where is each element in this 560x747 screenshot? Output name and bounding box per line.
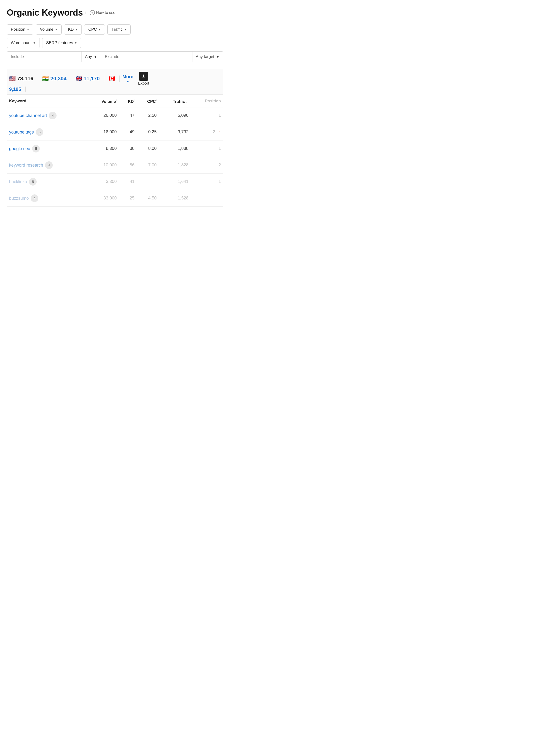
page-header: Organic Keywords i ? How to use bbox=[7, 8, 223, 18]
kd-filter[interactable]: KD ▼ bbox=[64, 24, 82, 34]
keyword-cell: backlinko5 bbox=[7, 173, 88, 190]
any-target-dropdown[interactable]: Any target ▼ bbox=[192, 52, 223, 62]
kd-filter-label: KD bbox=[68, 27, 74, 32]
keyword-text: backlinko bbox=[9, 179, 27, 184]
position-value: 1 bbox=[218, 179, 221, 184]
volume-filter[interactable]: Volume ▼ bbox=[36, 24, 61, 34]
position-filter-arrow: ▼ bbox=[27, 28, 29, 31]
serp-features-filter-label: SERP features bbox=[46, 41, 73, 45]
col-header-cpc: CPCi bbox=[137, 95, 159, 107]
export-button[interactable]: Export bbox=[138, 72, 149, 85]
keyword-cell: youtube channel art4 bbox=[7, 107, 88, 124]
traffic-filter-label: Traffic bbox=[111, 27, 123, 32]
ca-flag: 🇨🇦 bbox=[109, 76, 115, 82]
volume-filter-label: Volume bbox=[40, 27, 53, 32]
col-header-volume: Volumei bbox=[88, 95, 119, 107]
serp-features-filter[interactable]: SERP features ▼ bbox=[42, 38, 81, 48]
gb-value: 11,170 bbox=[84, 76, 100, 82]
cpc-cell: — bbox=[137, 173, 159, 190]
keyword-text: buzzsumo bbox=[9, 196, 29, 200]
kd-cell: 86 bbox=[119, 157, 137, 173]
stat-gb[interactable]: 🇬🇧 11,170 bbox=[71, 76, 104, 82]
cpc-filter[interactable]: CPC ▼ bbox=[84, 24, 105, 34]
col-header-position: Position bbox=[191, 95, 223, 107]
keyword-link[interactable]: youtube channel art bbox=[9, 113, 47, 118]
position-value: 1 bbox=[218, 113, 221, 118]
how-to-use-label: How to use bbox=[96, 10, 115, 15]
position-value: 2 bbox=[218, 162, 221, 167]
position-change: ↓1 bbox=[216, 130, 221, 134]
cpc-cell: 7.00 bbox=[137, 157, 159, 173]
us-flag: 🇺🇸 bbox=[9, 76, 16, 82]
stat-ca[interactable]: 9,195 bbox=[9, 86, 26, 92]
include-any-arrow: ▼ bbox=[94, 54, 98, 59]
stat-in[interactable]: 🇮🇳 20,304 bbox=[38, 76, 71, 82]
word-count-badge: 4 bbox=[45, 161, 53, 169]
page-title: Organic Keywords bbox=[7, 8, 83, 18]
volume-cell: 26,000 bbox=[88, 107, 119, 124]
us-value: 73,116 bbox=[17, 76, 33, 82]
traffic-cell: 5,090 bbox=[159, 107, 191, 124]
traffic-cell: 1,888 bbox=[159, 140, 191, 157]
kd-cell: 88 bbox=[119, 140, 137, 157]
word-count-badge: 5 bbox=[36, 128, 43, 136]
traffic-cell: 1,828 bbox=[159, 157, 191, 173]
ca-value: 9,195 bbox=[9, 86, 21, 92]
volume-filter-arrow: ▼ bbox=[55, 28, 57, 31]
volume-cell: 3,300 bbox=[88, 173, 119, 190]
keyword-cell: youtube tags5 bbox=[7, 124, 88, 140]
cpc-cell: 8.00 bbox=[137, 140, 159, 157]
kd-cell: 49 bbox=[119, 124, 137, 140]
keyword-link[interactable]: keyword research bbox=[9, 162, 43, 167]
gb-flag: 🇬🇧 bbox=[76, 76, 82, 82]
table-row: keyword research410,000867.001,8282 bbox=[7, 157, 223, 173]
in-flag: 🇮🇳 bbox=[42, 76, 49, 82]
include-any-label: Any bbox=[85, 54, 92, 59]
traffic-filter[interactable]: Traffic ▼ bbox=[107, 24, 131, 34]
keyword-link[interactable]: google seo bbox=[9, 146, 30, 151]
stat-us[interactable]: 🇺🇸 73,116 bbox=[8, 76, 38, 82]
volume-info-icon: i bbox=[116, 99, 117, 102]
word-count-filter-arrow: ▼ bbox=[33, 42, 36, 44]
include-any-dropdown[interactable]: Any ▼ bbox=[81, 52, 101, 62]
filter-row-2: Word count ▼ SERP features ▼ bbox=[7, 38, 223, 48]
position-cell: 1 bbox=[191, 173, 223, 190]
cpc-info-icon: i bbox=[156, 99, 157, 102]
volume-cell: 8,300 bbox=[88, 140, 119, 157]
include-input[interactable] bbox=[7, 52, 81, 62]
cpc-cell: 0.25 bbox=[137, 124, 159, 140]
word-count-filter[interactable]: Word count ▼ bbox=[7, 38, 40, 48]
col-header-traffic: Traffic ↓i bbox=[159, 95, 191, 107]
traffic-info-icon: i bbox=[188, 99, 188, 102]
question-icon: ? bbox=[89, 10, 95, 15]
volume-cell: 16,000 bbox=[88, 124, 119, 140]
word-count-badge: 5 bbox=[32, 145, 40, 152]
keyword-cell: google seo5 bbox=[7, 140, 88, 157]
table-row: google seo58,300888.001,8881 bbox=[7, 140, 223, 157]
how-to-use-link[interactable]: ? How to use bbox=[89, 10, 115, 15]
serp-features-filter-arrow: ▼ bbox=[75, 42, 77, 44]
position-value: 2 bbox=[213, 129, 215, 134]
more-button[interactable]: More ▼ bbox=[123, 74, 133, 83]
exclude-input[interactable] bbox=[101, 52, 192, 62]
keyword-cell: buzzsumo4 bbox=[7, 190, 88, 206]
col-header-kd: KDi bbox=[119, 95, 137, 107]
position-cell: 2 bbox=[191, 157, 223, 173]
position-cell: 2 ↓1 bbox=[191, 124, 223, 140]
cpc-cell: 4.50 bbox=[137, 190, 159, 206]
keyword-cell: keyword research4 bbox=[7, 157, 88, 173]
more-label: More bbox=[123, 74, 133, 79]
table-row: backlinko53,30041—1,6411 bbox=[7, 173, 223, 190]
export-label: Export bbox=[138, 81, 149, 85]
kd-info-icon: i bbox=[134, 99, 134, 102]
word-count-filter-label: Word count bbox=[11, 41, 32, 45]
title-info-icon[interactable]: i bbox=[85, 10, 86, 15]
table-header-row: Keyword Volumei KDi CPCi Traffic ↓i Posi… bbox=[7, 95, 223, 107]
keyword-link[interactable]: youtube tags bbox=[9, 129, 34, 134]
volume-cell: 10,000 bbox=[88, 157, 119, 173]
traffic-cell: 1,641 bbox=[159, 173, 191, 190]
cpc-cell: 2.50 bbox=[137, 107, 159, 124]
position-filter[interactable]: Position ▼ bbox=[7, 24, 33, 34]
cpc-filter-arrow: ▼ bbox=[98, 28, 101, 31]
position-value: 1 bbox=[218, 146, 221, 151]
